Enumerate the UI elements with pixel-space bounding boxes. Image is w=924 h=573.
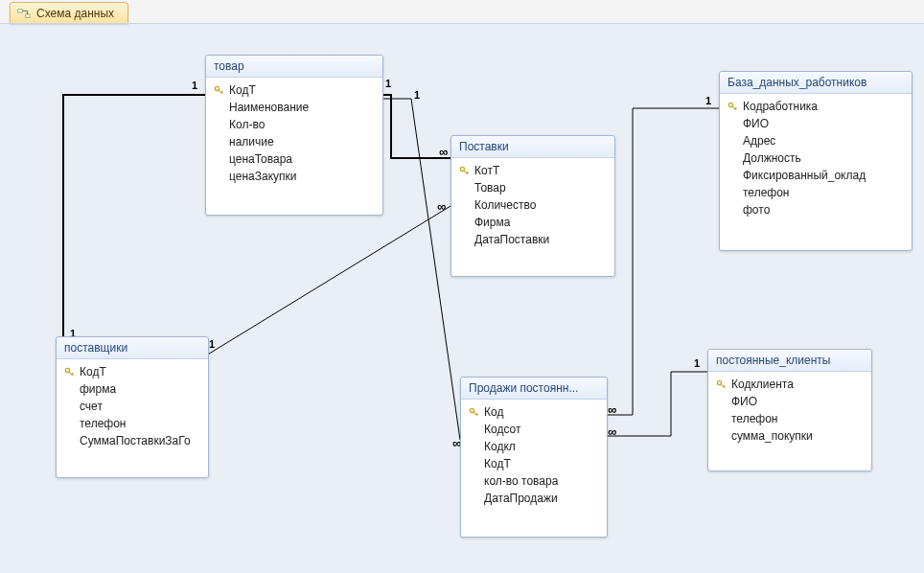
entity-title: поставщики: [57, 337, 208, 359]
entity-fields: КодклиентаФИОтелефонсумма_покупки: [708, 372, 871, 448]
workspace: Схема данных 1 1 1 ∞ 1 ∞ 1 ∞ 1 ∞ 1: [0, 0, 924, 573]
field-name: ДатаПоставки: [474, 233, 549, 246]
field-name: КодТ: [484, 457, 511, 470]
entity-field[interactable]: телефон: [720, 184, 912, 201]
entity-title: Продажи постоянн...: [461, 378, 607, 400]
entity-field[interactable]: Товар: [451, 179, 614, 196]
field-name: Кодсот: [484, 423, 520, 436]
field-name: Кодклиента: [731, 378, 794, 391]
field-name: ценаЗакупки: [229, 170, 296, 183]
entity-fields: КодТНаименованиеКол-воналичиеценаТоварац…: [206, 78, 382, 189]
entity-clients[interactable]: постоянные_клиенты КодклиентаФИОтелефонс…: [707, 349, 872, 471]
entity-field[interactable]: ДатаПоставки: [451, 231, 614, 248]
field-name: ФИО: [731, 395, 757, 408]
field-name: ценаТовара: [229, 152, 292, 166]
field-name: КодТ: [80, 365, 106, 378]
entity-workers[interactable]: База_данных_работников КодработникаФИОАд…: [719, 71, 912, 251]
entity-field[interactable]: КодТ: [57, 363, 208, 380]
entity-field[interactable]: счет: [57, 398, 208, 415]
field-name: телефон: [743, 186, 790, 199]
field-name: КодТ: [229, 83, 256, 97]
entity-fields: КодработникаФИОАдресДолжностьФиксированн…: [720, 94, 912, 222]
field-name: Товар: [474, 181, 506, 195]
entity-field[interactable]: КодТ: [206, 81, 382, 99]
field-name: Кодкл: [484, 440, 516, 453]
entity-field[interactable]: СуммаПоставкиЗаГо: [57, 432, 208, 449]
primary-key-icon: [467, 405, 480, 419]
entity-field[interactable]: Кодсот: [461, 421, 607, 438]
field-name: сумма_покупки: [731, 429, 813, 443]
field-name: ДатаПродажи: [484, 492, 558, 505]
entity-fields: КодКодсотКодклКодТкол-во товараДатаПрода…: [461, 400, 607, 511]
entity-sales[interactable]: Продажи постоянн... КодКодсотКодклКодТко…: [460, 377, 608, 538]
field-name: кол-во товара: [484, 474, 558, 488]
field-name: фирма: [80, 382, 116, 396]
entity-title: База_данных_работников: [720, 72, 912, 94]
entity-field[interactable]: телефон: [708, 410, 871, 427]
field-name: телефон: [80, 417, 127, 430]
cardinality-label: ∞: [608, 402, 616, 417]
canvas[interactable]: 1 1 1 ∞ 1 ∞ 1 ∞ 1 ∞ 1 ∞ товар КодТНаимен…: [0, 23, 924, 573]
primary-key-icon: [457, 164, 471, 177]
field-name: Должность: [743, 151, 801, 165]
field-name: Наименование: [229, 101, 309, 114]
entity-fields: КодТфирмасчеттелефонСуммаПоставкиЗаГо: [57, 359, 208, 453]
entity-field[interactable]: Кодкл: [461, 438, 607, 455]
svg-rect-1: [26, 14, 30, 18]
field-name: Адрес: [743, 134, 775, 148]
entity-field[interactable]: наличие: [206, 133, 382, 150]
cardinality-label: 1: [705, 95, 711, 106]
cardinality-label: ∞: [437, 199, 446, 214]
field-name: СуммаПоставкиЗаГо: [80, 434, 191, 447]
entity-field[interactable]: ценаЗакупки: [206, 168, 382, 185]
entity-field[interactable]: ФИО: [708, 393, 871, 410]
entity-tovar[interactable]: товар КодТНаименованиеКол-воналичиеценаТ…: [205, 55, 383, 216]
field-name: фото: [743, 203, 770, 217]
entity-field[interactable]: КотТ: [451, 162, 614, 179]
svg-rect-0: [18, 10, 22, 13]
entity-field[interactable]: ценаТовара: [206, 150, 382, 168]
cardinality-label: 1: [414, 89, 420, 101]
field-name: ФИО: [743, 117, 769, 130]
entity-field[interactable]: Наименование: [206, 99, 382, 116]
cardinality-label: 1: [385, 78, 391, 89]
entity-field[interactable]: Код: [461, 403, 607, 421]
field-name: наличие: [229, 135, 274, 149]
entity-field[interactable]: Кол-во: [206, 116, 382, 133]
cardinality-label: 1: [192, 80, 197, 91]
entity-field[interactable]: сумма_покупки: [708, 427, 871, 445]
field-name: Фирма: [474, 216, 510, 229]
entity-field[interactable]: фирма: [57, 380, 208, 398]
entity-field[interactable]: КодТ: [461, 455, 607, 472]
entity-field[interactable]: Кодработника: [720, 98, 912, 115]
primary-key-icon: [714, 378, 728, 391]
tab-schema[interactable]: Схема данных: [10, 2, 128, 24]
field-name: Код: [484, 405, 503, 419]
cardinality-label: 1: [694, 357, 700, 369]
cardinality-label: ∞: [439, 145, 448, 159]
entity-field[interactable]: фото: [720, 201, 912, 218]
entity-field[interactable]: Количество: [451, 196, 614, 214]
cardinality-label: ∞: [608, 424, 616, 439]
field-name: Кол-во: [229, 118, 265, 131]
entity-field[interactable]: кол-во товара: [461, 472, 607, 490]
entity-field[interactable]: Фирма: [451, 214, 614, 231]
primary-key-icon: [726, 100, 739, 113]
entity-fields: КотТТоварКоличествоФирмаДатаПоставки: [451, 158, 614, 252]
entity-postavki[interactable]: Поставки КотТТоварКоличествоФирмаДатаПос…: [450, 135, 615, 277]
field-name: счет: [80, 400, 103, 413]
entity-field[interactable]: ФИО: [720, 115, 912, 132]
entity-field[interactable]: Кодклиента: [708, 376, 871, 393]
primary-key-icon: [62, 365, 76, 378]
entity-title: Поставки: [451, 136, 614, 158]
field-name: телефон: [731, 412, 778, 425]
field-name: Фиксированный_оклад: [743, 169, 866, 182]
entity-field[interactable]: Должность: [720, 149, 912, 167]
entity-field[interactable]: Фиксированный_оклад: [720, 167, 912, 184]
entity-field[interactable]: ДатаПродажи: [461, 490, 607, 507]
entity-title: товар: [206, 56, 382, 78]
tab-title: Схема данных: [36, 7, 114, 20]
entity-field[interactable]: Адрес: [720, 132, 912, 149]
entity-field[interactable]: телефон: [57, 415, 208, 432]
entity-suppliers[interactable]: поставщики КодТфирмасчеттелефонСуммаПост…: [56, 336, 209, 478]
